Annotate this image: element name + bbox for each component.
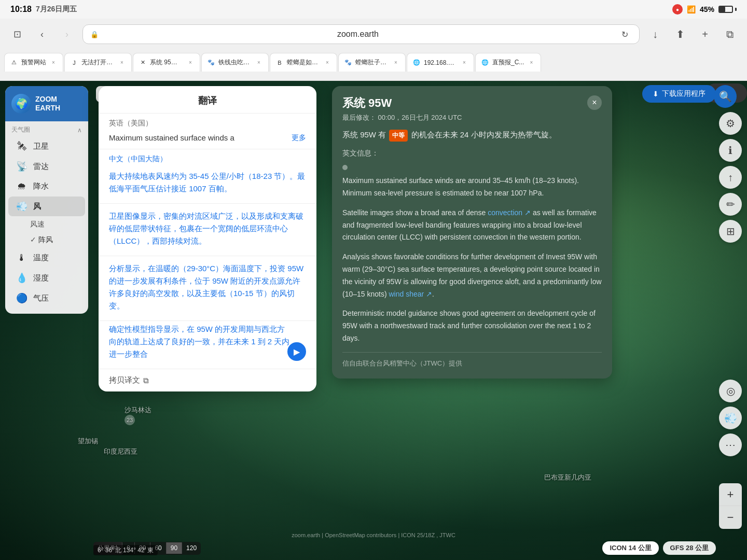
close-system-panel-button[interactable]: × xyxy=(587,95,602,110)
tab-label: 系统 95W 直... xyxy=(150,58,183,67)
system-body: 系统 95W 有 中等 的机会在未来 24 小时内发展为热带气旋。 英文信息： … xyxy=(332,129,612,379)
sidebar-item-satellite[interactable]: 🛰 卫星 xyxy=(8,137,85,156)
tab-close-button[interactable]: × xyxy=(323,59,331,67)
browser-chrome: ⊡ ‹ › 🔒 zoom.earth ↻ ↓ ⬆ + ⧉ ⚠预警网站×J无法打开… xyxy=(0,19,747,81)
jtwc-footer: 信自由联合台风稍警中心（JTWC）提供 xyxy=(342,352,602,368)
tab-favicon: J xyxy=(70,59,78,67)
share-button[interactable]: ⬆ xyxy=(671,25,689,44)
info-button[interactable]: ℹ xyxy=(719,139,742,162)
address-bar[interactable]: 🔒 zoom.earth ↻ xyxy=(82,24,640,44)
speed-90: 90 xyxy=(166,542,182,554)
target-lang-label: 中文（中国大陆） xyxy=(99,149,316,168)
info-para-1: Maximum sustained surface winds are arou… xyxy=(342,175,602,200)
sidebar-toggle-button[interactable]: ⊡ xyxy=(8,25,26,44)
model-icon-pill[interactable]: ICON 14 公里 xyxy=(602,541,658,555)
browser-tab-t3[interactable]: ✕系统 95W 直...× xyxy=(133,53,200,72)
sidebar-item-humidity[interactable]: 💧 湿度 xyxy=(8,268,85,288)
weather-section-header[interactable]: 天气圈 ∧ xyxy=(5,121,88,136)
tab-favicon: ⚠ xyxy=(10,59,18,67)
info-para-2: Satellite images show a broad area of de… xyxy=(342,207,602,244)
wind-shear-link[interactable]: wind shear ↗ xyxy=(389,290,433,298)
download-icon: ⬇ xyxy=(653,90,659,98)
sidebar-subitem-wind-speed[interactable]: 风速 xyxy=(5,217,88,232)
translation-para-2: 卫星图像显示，密集的对流区域广泛，以及形成和支离破碎的低层带状特征，包裹在一个宽… xyxy=(99,204,316,256)
tab-close-button[interactable]: × xyxy=(255,59,263,67)
bottom-bar: 公里/时 0 30 60 90 120 ICON 14 公里 GFS 28 公里 xyxy=(93,541,716,555)
url-text: zoom.earth xyxy=(103,30,613,39)
chevron-up-icon: ∧ xyxy=(77,127,82,134)
tab-close-button[interactable]: × xyxy=(460,59,468,67)
model-pills: ICON 14 公里 GFS 28 公里 xyxy=(602,541,716,555)
speed-120: 120 xyxy=(182,542,201,554)
browser-tab-t6[interactable]: 🐾螳螂肚子有铁...× xyxy=(338,53,406,72)
logo-icon: 🌍 xyxy=(11,94,31,114)
zoom-in-button[interactable]: + xyxy=(719,483,742,506)
tab-label: 192.168.110... xyxy=(424,59,457,66)
tab-favicon: 🌐 xyxy=(412,59,421,67)
tab-close-button[interactable]: × xyxy=(49,59,58,67)
tabs-bar: ⚠预警网站×J无法打开页面×✕系统 95W 直...×🐾铁线虫吃掉了...×B螳… xyxy=(0,50,747,75)
new-tab-button[interactable]: + xyxy=(696,25,714,44)
sidebar-item-radar[interactable]: 📡 雷达 xyxy=(8,157,85,176)
browser-tab-t8[interactable]: 🌐直预报_C...× xyxy=(475,53,541,72)
temperature-icon: 🌡 xyxy=(16,253,28,263)
pressure-icon: 🔵 xyxy=(16,292,28,304)
sidebar-item-temperature[interactable]: 🌡 温度 xyxy=(8,248,85,268)
sidebar-item-precipitation[interactable]: 🌧 降水 xyxy=(8,177,85,196)
convection-link[interactable]: convection ↗ xyxy=(488,208,531,217)
rain-icon: 🌧 xyxy=(16,181,28,192)
browser-tab-t1[interactable]: ⚠预警网站× xyxy=(4,53,63,72)
tab-close-button[interactable]: × xyxy=(118,59,126,67)
forward-button[interactable]: › xyxy=(58,25,76,44)
alert-paragraph: 系统 95W 有 中等 的机会在未来 24 小时内发展为热带气旋。 xyxy=(342,129,602,142)
tab-close-button[interactable]: × xyxy=(186,59,195,67)
browser-tab-t7[interactable]: 🌐192.168.110...× xyxy=(407,53,474,72)
tab-favicon: ✕ xyxy=(139,59,147,67)
settings-button[interactable]: ⚙ xyxy=(719,112,742,135)
system-last-modified: 最后修改： 00:00，26日七月 2024 UTC xyxy=(342,113,462,122)
tab-label: 螳螂是如何被... xyxy=(287,58,320,67)
zoom-controls: + − xyxy=(719,483,742,529)
logo-text: ZOOM EARTH xyxy=(35,95,60,113)
translation-para-4: 确定性模型指导显示，在 95W 的开发周期与西北方向的轨道上达成了良好的一致，并… xyxy=(99,321,316,369)
browser-tab-t5[interactable]: B螳螂是如何被...× xyxy=(270,53,337,72)
recording-indicator: ● xyxy=(672,4,683,15)
zoom-out-button[interactable]: − xyxy=(719,506,742,529)
download-button[interactable]: ↓ xyxy=(646,25,665,44)
more-link[interactable]: 更多 xyxy=(292,133,306,143)
risk-badge: 中等 xyxy=(389,130,408,142)
more-button[interactable]: ⋯ xyxy=(719,433,742,456)
sidebar-subitem-gust[interactable]: 阵风 xyxy=(5,232,88,248)
status-bar: 10:18 7月26日周五 ● 📶 45% xyxy=(0,0,747,19)
download-app-button[interactable]: ⬇ 下载应用程序 xyxy=(642,85,716,103)
tab-overview-button[interactable]: ⧉ xyxy=(721,25,739,44)
sidebar-item-pressure[interactable]: 🔵 气压 xyxy=(8,288,85,308)
wind-icon: 💨 xyxy=(16,201,28,212)
model-gfs-pill[interactable]: GFS 28 公里 xyxy=(663,541,716,555)
annotate-button[interactable]: ✏ xyxy=(719,193,742,216)
lock-icon: 🔒 xyxy=(90,31,99,38)
tab-close-button[interactable]: × xyxy=(392,59,400,67)
share-map-button[interactable]: ↑ xyxy=(719,166,742,189)
back-button[interactable]: ‹ xyxy=(33,25,51,44)
wind-layer-button[interactable]: 💨 xyxy=(719,407,742,429)
play-button[interactable]: ▶ xyxy=(287,342,306,361)
copy-translation-button[interactable]: 拷贝译文 ⧉ xyxy=(109,375,149,385)
search-button[interactable]: 🔍 xyxy=(714,85,737,108)
tab-favicon: 🐾 xyxy=(344,59,352,67)
sidebar-item-wind[interactable]: 💨 风 xyxy=(8,197,85,216)
translation-title: 翻译 xyxy=(198,95,217,106)
satellite-icon: 🛰 xyxy=(16,141,28,152)
tab-close-button[interactable]: × xyxy=(527,59,535,67)
tab-label: 螳螂肚子有铁... xyxy=(355,58,389,67)
translation-panel: 翻译 英语（美国） Maximum sustained surface wind… xyxy=(99,86,316,391)
translation-para-1: 最大持续地表风速约为 35-45 公里/小时（18-23 节）。最低海平面气压估… xyxy=(99,168,316,204)
tab-label: 无法打开页面 xyxy=(81,58,115,67)
location-button[interactable]: ◎ xyxy=(719,380,742,402)
browser-tab-t4[interactable]: 🐾铁线虫吃掉了...× xyxy=(201,53,269,72)
grid-button[interactable]: ⊞ xyxy=(719,220,742,243)
system-95w-panel: 系统 95W 最后修改： 00:00，26日七月 2024 UTC × 系统 9… xyxy=(332,86,612,379)
refresh-button[interactable]: ↻ xyxy=(617,27,632,41)
info-para-3: Analysis shows favorable conditions for … xyxy=(342,251,602,300)
browser-tab-t2[interactable]: J无法打开页面× xyxy=(64,53,132,72)
